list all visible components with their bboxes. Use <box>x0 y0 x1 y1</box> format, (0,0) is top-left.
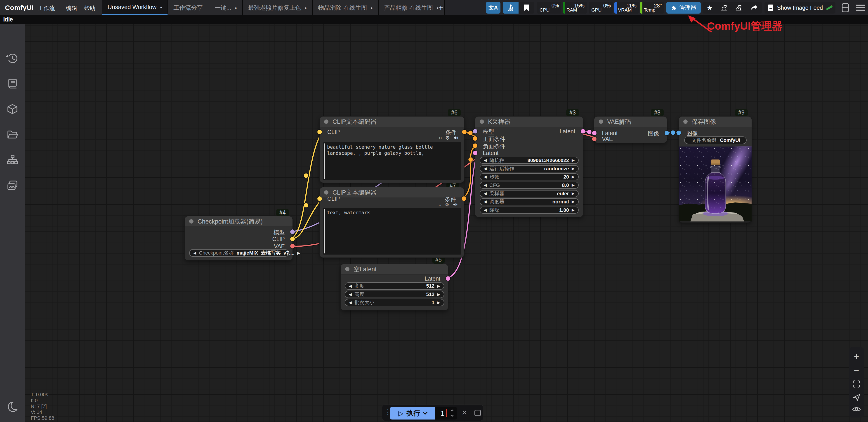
gear-icon[interactable]: ⚙ <box>445 135 450 141</box>
node-map-icon[interactable] <box>6 154 19 167</box>
collapse-dot-icon[interactable] <box>480 119 484 124</box>
batch-count-input[interactable]: 1 <box>435 407 457 420</box>
input-port-latent[interactable] <box>592 131 596 135</box>
increment-arrow[interactable]: ▶ <box>572 199 575 204</box>
boat-theme-button[interactable] <box>503 2 519 13</box>
collapse-dot-icon[interactable] <box>324 190 329 195</box>
decrement-arrow[interactable]: ◀ <box>484 166 487 171</box>
collapse-dot-icon[interactable] <box>345 267 349 271</box>
fit-view-icon[interactable] <box>852 380 861 388</box>
node-header[interactable]: 空Latent <box>341 264 448 275</box>
unsaved-dot-icon[interactable]: ● <box>160 5 162 9</box>
node-checkpoint-loader[interactable]: Checkpoint加载器(简易) 模型 CLIP VAE ◀ Checkpoi… <box>184 216 293 260</box>
menu-edit[interactable]: 编辑 <box>66 4 77 12</box>
speaker-icon[interactable] <box>453 135 459 141</box>
increment-arrow[interactable]: ▶ <box>572 174 575 179</box>
unsaved-dot-icon[interactable]: ● <box>305 6 307 10</box>
vacuum-clean-icon[interactable] <box>721 4 727 11</box>
gear-icon[interactable]: ⚙ <box>445 202 450 207</box>
increment-chevron-icon[interactable] <box>451 409 454 413</box>
theme-moon-icon[interactable] <box>6 400 19 413</box>
node-vae-decode[interactable]: VAE解码 Latent VAE 图像 <box>594 116 667 143</box>
vacuum-clean-icon[interactable] <box>736 4 742 11</box>
input-port-clip[interactable] <box>317 130 322 134</box>
output-port-model[interactable] <box>290 229 295 234</box>
height-widget[interactable]: ◀ 高度 512 ▶ <box>345 291 444 298</box>
manager-button[interactable]: 管理器 <box>666 2 701 13</box>
translate-button[interactable]: 文A <box>486 2 500 13</box>
collapse-dot-icon[interactable] <box>324 119 329 124</box>
model-library-icon[interactable] <box>6 103 19 115</box>
zoom-in-icon[interactable]: + <box>854 352 859 361</box>
app-logo[interactable]: ComfyUI <box>5 4 34 11</box>
collapse-dot-icon[interactable] <box>599 119 603 124</box>
decrement-arrow[interactable]: ◀ <box>349 284 352 288</box>
decrement-arrow[interactable]: ◀ <box>484 183 487 188</box>
node-ksampler[interactable]: K采样器 模型 正面条件 负面条件 Latent Latent ◀ 随机种 80… <box>475 116 583 217</box>
visibility-eye-icon[interactable] <box>852 406 861 413</box>
input-port-vae[interactable] <box>592 137 596 141</box>
node-header[interactable]: K采样器 <box>475 116 583 127</box>
sampler-widget[interactable]: ◀ 采样器 euler ▶ <box>480 190 579 197</box>
hamburger-menu-icon[interactable] <box>855 4 865 11</box>
star-icon[interactable]: ★ <box>707 4 713 12</box>
unsaved-dot-icon[interactable]: ● <box>371 6 373 10</box>
output-port-image[interactable] <box>664 131 669 135</box>
menu-workflow[interactable]: 工作流 <box>38 4 55 12</box>
pin-icon[interactable]: ○ <box>439 135 442 141</box>
prompt-textarea[interactable]: text, watermark <box>323 208 461 255</box>
node-header[interactable]: CLIP文本编码器 <box>320 187 464 198</box>
run-button[interactable]: ▷ 执行 <box>390 407 435 420</box>
node-header[interactable]: VAE解码 <box>594 116 667 127</box>
control-after-generate-widget[interactable]: ◀ 运行后操作 randomize ▶ <box>480 165 579 172</box>
input-port-latent[interactable] <box>473 151 477 155</box>
select-cursor-icon[interactable] <box>852 393 861 401</box>
decrement-arrow[interactable]: ◀ <box>349 300 352 305</box>
share-arrow-icon[interactable] <box>750 4 758 11</box>
node-header[interactable]: CLIP文本编码器 <box>320 116 464 127</box>
node-save-image[interactable]: 保存图像 图像 文件名前缀 ComfyUI <box>679 116 752 223</box>
increment-arrow[interactable]: ▶ <box>437 300 440 305</box>
tab-object-removal[interactable]: 物品消除-在线生图 ● <box>313 0 379 16</box>
seed-widget[interactable]: ◀ 随机种 809061342660022 ▶ <box>480 157 579 164</box>
increment-arrow[interactable]: ▶ <box>297 251 300 255</box>
decrement-arrow[interactable]: ◀ <box>349 292 352 297</box>
cfg-widget[interactable]: ◀ CFG 8.0 ▶ <box>480 182 579 189</box>
input-port-clip[interactable] <box>317 196 322 201</box>
increment-arrow[interactable]: ▶ <box>437 284 440 288</box>
unsaved-dot-icon[interactable]: ● <box>235 6 237 10</box>
tab-workflow-share[interactable]: 工作流分享——一键... ● <box>168 0 243 16</box>
output-port-clip[interactable] <box>290 237 295 241</box>
node-header[interactable]: Checkpoint加载器(简易) <box>185 216 292 227</box>
input-port-image[interactable] <box>677 131 681 135</box>
checkpoint-name-widget[interactable]: ◀ Checkpoint名称 majicMIX_麦橘写实_v7.... ▶ <box>189 249 289 257</box>
output-port-conditioning[interactable] <box>462 196 466 201</box>
workflows-folder-icon[interactable] <box>6 129 19 141</box>
image-feed-toggle[interactable]: Show Image Feed <box>765 2 835 13</box>
denoise-widget[interactable]: ◀ 降噪 1.00 ▶ <box>480 206 579 214</box>
increment-arrow[interactable]: ▶ <box>572 158 575 163</box>
gallery-icon[interactable] <box>6 179 19 192</box>
generated-image-preview[interactable] <box>679 146 752 222</box>
decrement-arrow[interactable]: ◀ <box>484 199 487 204</box>
decrement-arrow[interactable]: ◀ <box>484 208 487 213</box>
steps-widget[interactable]: ◀ 步数 20 ▶ <box>480 173 579 180</box>
stop-icon[interactable] <box>474 410 481 416</box>
filename-prefix-widget[interactable]: 文件名前缀 ComfyUI <box>684 136 747 144</box>
decrement-arrow[interactable]: ◀ <box>484 158 487 163</box>
speaker-icon[interactable] <box>453 202 458 207</box>
input-port-negative[interactable] <box>473 143 477 148</box>
bookmark-button[interactable] <box>519 2 534 13</box>
decrement-arrow[interactable]: ◀ <box>484 191 487 196</box>
cancel-icon[interactable]: × <box>462 407 467 418</box>
input-port-positive[interactable] <box>473 136 477 141</box>
node-clip-text-encode-negative[interactable]: CLIP文本编码器 CLIP 条件 ○ ⚙ text, watermark <box>319 187 464 258</box>
collapse-dot-icon[interactable] <box>683 119 688 124</box>
new-tab-button[interactable]: + <box>434 2 447 13</box>
output-port-latent[interactable] <box>581 129 585 134</box>
pin-icon[interactable]: ○ <box>438 202 441 207</box>
menu-help[interactable]: 帮助 <box>84 4 95 12</box>
prompt-textarea[interactable]: beautiful scenery nature glass bottle la… <box>323 142 461 180</box>
scheduler-widget[interactable]: ◀ 调度器 normal ▶ <box>480 198 579 205</box>
tab-photo-restore[interactable]: 最强老照片修复上色 ● <box>243 0 313 16</box>
